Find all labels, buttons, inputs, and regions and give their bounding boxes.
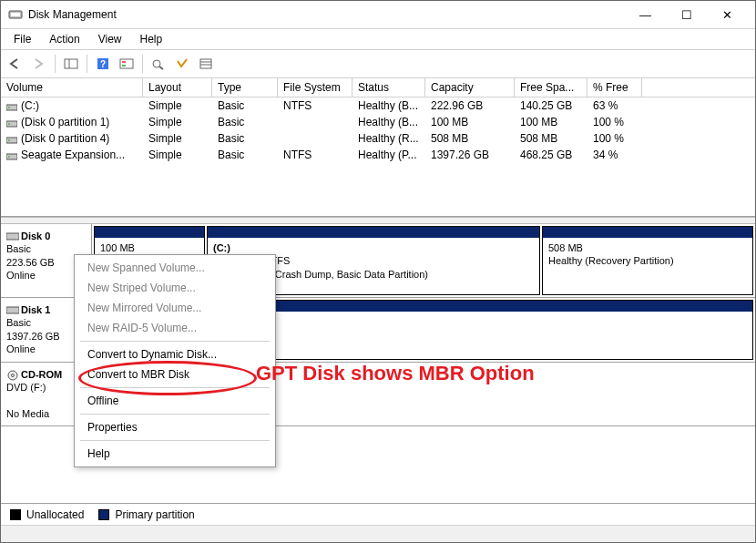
disk-title: Disk 1 bbox=[21, 304, 50, 315]
volume-fs bbox=[278, 138, 352, 139]
disk-status: Online bbox=[6, 270, 36, 281]
menu-convert-mbr[interactable]: Convert to MBR Disk bbox=[75, 364, 275, 384]
volume-layout: Simple bbox=[143, 98, 212, 113]
svg-rect-6 bbox=[120, 59, 133, 68]
disk-type: Basic bbox=[6, 243, 31, 254]
splitter[interactable] bbox=[1, 217, 755, 224]
svg-rect-11 bbox=[200, 59, 211, 68]
drive-icon bbox=[6, 135, 17, 144]
refresh-button[interactable] bbox=[148, 53, 169, 75]
disk-type: DVD (F:) bbox=[6, 382, 46, 393]
volume-status: Healthy (R... bbox=[352, 131, 425, 146]
minimize-button[interactable]: — bbox=[625, 1, 666, 28]
titlebar: Disk Management — ☐ ✕ bbox=[1, 1, 755, 29]
partition-label: (C:) bbox=[213, 242, 230, 253]
partition[interactable]: 508 MBHealthy (Recovery Partition) bbox=[542, 226, 753, 295]
menu-view[interactable]: View bbox=[89, 31, 131, 47]
svg-rect-18 bbox=[6, 138, 17, 143]
partition-line1: 508 MB bbox=[548, 242, 583, 253]
svg-point-21 bbox=[8, 156, 10, 158]
legend-primary-label: Primary partition bbox=[115, 508, 194, 521]
volume-pct: 63 % bbox=[587, 98, 642, 113]
disk-status: No Media bbox=[6, 408, 49, 419]
disk-management-icon bbox=[8, 7, 23, 22]
volume-row[interactable]: Seagate Expansion...SimpleBasicNTFSHealt… bbox=[1, 147, 755, 163]
menu-properties[interactable]: Properties bbox=[75, 417, 275, 437]
volume-fs: NTFS bbox=[278, 98, 352, 113]
volume-status: Healthy (B... bbox=[352, 98, 425, 113]
svg-rect-20 bbox=[6, 154, 17, 159]
maximize-button[interactable]: ☐ bbox=[666, 1, 707, 28]
menu-new-mirrored: New Mirrored Volume... bbox=[75, 298, 275, 318]
legend-unallocated: Unallocated bbox=[10, 508, 84, 521]
partition-header-bar bbox=[208, 227, 539, 238]
volume-fs: NTFS bbox=[278, 148, 352, 162]
svg-rect-16 bbox=[6, 121, 17, 127]
disk-title: CD-ROM bbox=[21, 369, 62, 380]
volume-type: Basic bbox=[212, 115, 278, 129]
menu-offline[interactable]: Offline bbox=[75, 391, 275, 411]
volume-capacity: 1397.26 GB bbox=[425, 148, 515, 162]
volume-capacity: 508 MB bbox=[425, 131, 515, 146]
disk-title: Disk 0 bbox=[21, 231, 50, 241]
volume-row[interactable]: (Disk 0 partition 4)SimpleBasicHealthy (… bbox=[1, 130, 755, 147]
drive-icon bbox=[6, 118, 17, 128]
volume-pct: 34 % bbox=[587, 148, 642, 162]
menu-action[interactable]: Action bbox=[40, 31, 88, 47]
volume-name: (Disk 0 partition 4) bbox=[21, 132, 109, 145]
rescan-button[interactable] bbox=[171, 53, 193, 75]
back-button[interactable] bbox=[5, 53, 26, 75]
disk-status: Online bbox=[6, 343, 36, 354]
col-pctfree[interactable]: % Free bbox=[587, 78, 642, 97]
unallocated-swatch bbox=[10, 509, 21, 520]
svg-rect-2 bbox=[65, 59, 77, 68]
volume-layout: Simple bbox=[143, 115, 212, 129]
help-button[interactable]: ? bbox=[92, 53, 114, 75]
window-title: Disk Management bbox=[28, 8, 625, 21]
primary-swatch bbox=[98, 509, 109, 520]
partition-line1: 100 MB bbox=[100, 242, 135, 253]
volume-capacity: 222.96 GB bbox=[425, 98, 515, 113]
volume-list: Volume Layout Type File System Status Ca… bbox=[1, 78, 755, 217]
settings-button[interactable] bbox=[116, 53, 138, 75]
volume-layout: Simple bbox=[143, 131, 212, 146]
drive-icon bbox=[6, 151, 17, 160]
disk-type: Basic bbox=[6, 317, 31, 328]
legend-unallocated-label: Unallocated bbox=[26, 508, 84, 521]
volume-free: 140.25 GB bbox=[515, 98, 587, 113]
close-button[interactable]: ✕ bbox=[707, 1, 748, 28]
partition-header-bar bbox=[95, 227, 204, 238]
show-hide-console-tree-button[interactable] bbox=[60, 53, 82, 75]
volume-free: 100 MB bbox=[515, 115, 587, 129]
list-button[interactable] bbox=[195, 53, 217, 75]
volume-type: Basic bbox=[212, 131, 278, 146]
volume-row[interactable]: (C:)SimpleBasicNTFSHealthy (B...222.96 G… bbox=[1, 97, 755, 114]
menu-convert-dynamic[interactable]: Convert to Dynamic Disk... bbox=[75, 344, 275, 364]
volume-row[interactable]: (Disk 0 partition 1)SimpleBasicHealthy (… bbox=[1, 114, 755, 130]
menu-file[interactable]: File bbox=[5, 31, 40, 47]
col-freespace[interactable]: Free Spa... bbox=[515, 78, 587, 97]
col-filesystem[interactable]: File System bbox=[278, 78, 352, 97]
statusbar bbox=[1, 525, 755, 542]
volume-pct: 100 % bbox=[587, 131, 642, 146]
svg-rect-22 bbox=[6, 233, 19, 240]
col-type[interactable]: Type bbox=[212, 78, 278, 97]
svg-point-17 bbox=[8, 123, 10, 125]
svg-point-25 bbox=[12, 374, 15, 377]
volume-status: Healthy (P... bbox=[352, 148, 425, 162]
volume-list-rows[interactable]: (C:)SimpleBasicNTFSHealthy (B...222.96 G… bbox=[1, 97, 755, 216]
menu-help[interactable]: Help bbox=[75, 444, 275, 464]
col-status[interactable]: Status bbox=[352, 78, 425, 97]
svg-line-10 bbox=[159, 67, 163, 69]
menu-new-striped: New Striped Volume... bbox=[75, 278, 275, 298]
menu-new-raid5: New RAID-5 Volume... bbox=[75, 318, 275, 338]
col-layout[interactable]: Layout bbox=[143, 78, 212, 97]
col-volume[interactable]: Volume bbox=[1, 78, 143, 97]
col-capacity[interactable]: Capacity bbox=[425, 78, 515, 97]
toolbar: ? bbox=[1, 50, 755, 78]
volume-type: Basic bbox=[212, 148, 278, 162]
svg-text:?: ? bbox=[100, 59, 106, 69]
forward-button[interactable] bbox=[28, 53, 50, 75]
svg-rect-7 bbox=[122, 61, 126, 63]
menu-help[interactable]: Help bbox=[131, 31, 172, 47]
